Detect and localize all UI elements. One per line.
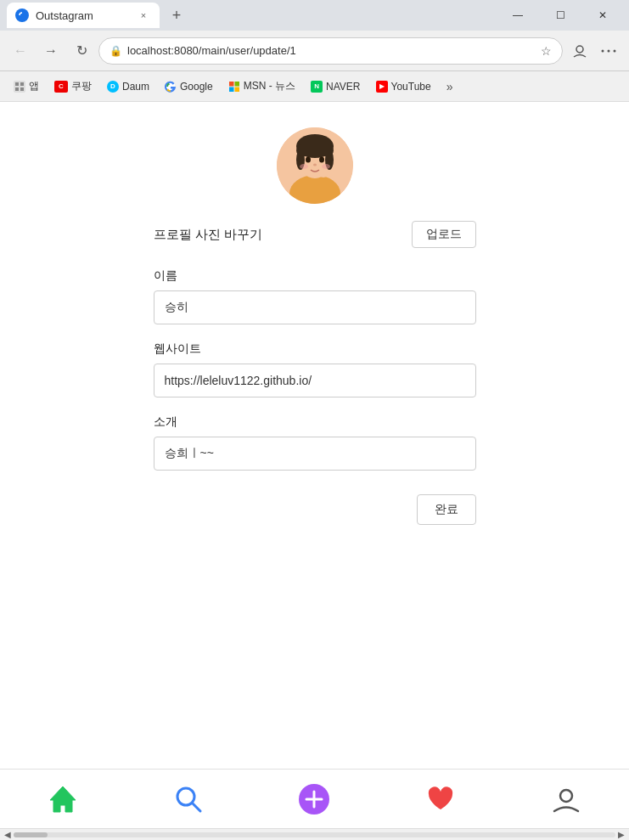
svg-point-2 xyxy=(602,49,604,52)
bookmark-apps[interactable]: 앱 xyxy=(7,76,46,97)
home-nav-button[interactable] xyxy=(37,774,88,825)
bio-label: 소개 xyxy=(154,414,476,430)
svg-rect-10 xyxy=(229,82,234,87)
svg-point-22 xyxy=(319,157,324,163)
upload-button[interactable]: 업로드 xyxy=(412,221,476,248)
svg-rect-12 xyxy=(229,87,234,92)
bookmark-google[interactable]: Google xyxy=(158,77,220,96)
google-favicon xyxy=(165,81,177,93)
home-icon xyxy=(47,783,79,815)
new-tab-button[interactable]: + xyxy=(165,3,188,27)
svg-point-24 xyxy=(300,164,308,169)
website-section: 웹사이트 xyxy=(154,341,476,397)
bookmark-star-icon[interactable]: ☆ xyxy=(541,44,552,58)
reload-button[interactable]: ↻ xyxy=(68,37,95,65)
avatar-container xyxy=(277,127,353,204)
youtube-label: YouTube xyxy=(391,81,431,93)
tab-title: Outstagram xyxy=(36,9,93,22)
add-nav-button[interactable] xyxy=(289,774,340,825)
svg-rect-13 xyxy=(234,87,239,92)
scrollbar-thumb[interactable] xyxy=(14,832,48,837)
coupang-label: 쿠팡 xyxy=(71,79,92,93)
search-icon xyxy=(174,785,203,814)
naver-favicon: N xyxy=(311,81,323,93)
title-bar: Outstagram × + — ☐ ✕ xyxy=(0,0,629,31)
bio-input[interactable] xyxy=(154,437,476,471)
google-label: Google xyxy=(180,81,213,93)
svg-point-21 xyxy=(306,157,311,163)
svg-point-25 xyxy=(322,164,330,169)
title-bar-left: Outstagram × + xyxy=(7,3,498,28)
daum-favicon: D xyxy=(107,81,119,93)
svg-rect-6 xyxy=(20,82,24,86)
search-nav-button[interactable] xyxy=(163,774,214,825)
avatar-image xyxy=(277,127,353,204)
svg-point-3 xyxy=(608,49,610,52)
svg-rect-11 xyxy=(234,82,239,87)
bookmark-daum[interactable]: D Daum xyxy=(100,77,156,96)
profile-change-row: 프로필 사진 바꾸기 업로드 xyxy=(154,221,476,248)
tab-favicon xyxy=(15,8,29,22)
svg-point-33 xyxy=(560,790,572,802)
website-label: 웹사이트 xyxy=(154,341,476,357)
address-bar: ← → ↻ 🔒 localhost:8080/main/user/update/… xyxy=(0,31,629,71)
msn-label: MSN - 뉴스 xyxy=(244,79,295,93)
back-button[interactable]: ← xyxy=(7,37,34,65)
close-button[interactable]: ✕ xyxy=(583,0,622,31)
coupang-favicon: C xyxy=(54,81,68,93)
profile-change-label: 프로필 사진 바꾸기 xyxy=(154,227,262,243)
bookmark-msn[interactable]: MSN - 뉴스 xyxy=(222,76,302,97)
bookmark-naver[interactable]: N NAVER xyxy=(304,77,367,96)
lock-icon: 🔒 xyxy=(110,45,122,57)
svg-line-29 xyxy=(193,803,200,811)
account-button[interactable] xyxy=(566,37,593,65)
complete-row: 완료 xyxy=(154,494,476,525)
svg-point-23 xyxy=(313,164,317,166)
horizontal-scrollbar[interactable]: ◀ ▶ xyxy=(0,828,629,840)
tab-close-button[interactable]: × xyxy=(136,8,151,23)
bookmark-coupang[interactable]: C 쿠팡 xyxy=(48,76,98,97)
scrollbar-track[interactable] xyxy=(14,832,615,837)
complete-button[interactable]: 완료 xyxy=(417,494,476,525)
form-area: 프로필 사진 바꾸기 업로드 이름 웹사이트 소개 완료 xyxy=(0,102,629,769)
svg-point-4 xyxy=(614,49,616,52)
maximize-button[interactable]: ☐ xyxy=(541,0,580,31)
browser-tab[interactable]: Outstagram × xyxy=(7,3,160,28)
page-content: 프로필 사진 바꾸기 업로드 이름 웹사이트 소개 완료 xyxy=(0,102,629,828)
profile-nav-button[interactable] xyxy=(541,774,592,825)
website-input[interactable] xyxy=(154,364,476,397)
youtube-favicon: ▶ xyxy=(376,81,388,93)
daum-label: Daum xyxy=(122,81,149,93)
name-section: 이름 xyxy=(154,268,476,324)
msn-favicon xyxy=(228,81,240,93)
svg-marker-27 xyxy=(50,786,76,812)
add-icon xyxy=(298,783,330,815)
apps-label: 앱 xyxy=(29,79,39,93)
svg-rect-7 xyxy=(15,87,19,91)
bookmark-youtube[interactable]: ▶ YouTube xyxy=(369,77,438,96)
heart-icon xyxy=(425,784,456,815)
url-bar[interactable]: 🔒 localhost:8080/main/user/update/1 ☆ xyxy=(98,37,563,65)
address-actions xyxy=(566,37,622,65)
bookmarks-bar: 앱 C 쿠팡 D Daum Google xyxy=(0,71,629,102)
naver-label: NAVER xyxy=(326,81,360,93)
menu-button[interactable] xyxy=(595,37,622,65)
forward-button[interactable]: → xyxy=(37,37,65,65)
name-input[interactable] xyxy=(154,290,476,324)
url-text: localhost:8080/main/user/update/1 xyxy=(127,44,536,57)
svg-rect-5 xyxy=(15,82,19,86)
scroll-right-button[interactable]: ▶ xyxy=(615,829,627,841)
svg-rect-8 xyxy=(20,87,24,91)
apps-favicon xyxy=(14,81,25,93)
scroll-left-button[interactable]: ◀ xyxy=(2,829,14,841)
heart-nav-button[interactable] xyxy=(415,774,466,825)
profile-icon xyxy=(552,785,581,814)
more-bookmarks-button[interactable]: » xyxy=(441,76,458,97)
bio-section: 소개 xyxy=(154,414,476,471)
name-label: 이름 xyxy=(154,268,476,284)
svg-point-26 xyxy=(318,169,329,178)
minimize-button[interactable]: — xyxy=(498,0,537,31)
bottom-nav xyxy=(0,769,629,828)
svg-point-1 xyxy=(576,46,583,53)
title-bar-controls: — ☐ ✕ xyxy=(498,0,622,31)
